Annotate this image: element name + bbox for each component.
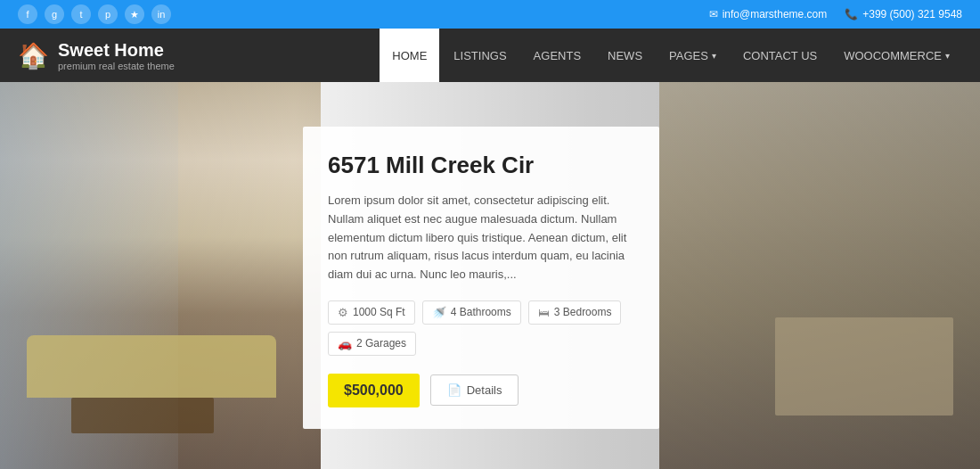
table-decoration xyxy=(71,398,214,433)
garages-label: 2 Garages xyxy=(356,337,406,350)
feature-bedrooms: 🛏 3 Bedrooms xyxy=(528,300,622,325)
facebook-icon[interactable]: f xyxy=(18,4,37,24)
email-icon: ✉ xyxy=(709,8,718,21)
details-icon: 📄 xyxy=(447,383,461,397)
phone-info: 📞 +399 (500) 321 9548 xyxy=(845,8,962,21)
sofa-decoration xyxy=(27,335,276,398)
twitter-icon[interactable]: t xyxy=(71,4,91,24)
garages-icon: 🚗 xyxy=(338,337,352,350)
nav-contact[interactable]: CONTACT US xyxy=(731,29,829,82)
feature-bathrooms: 🚿 4 Bathrooms xyxy=(422,300,521,325)
main-nav: HOME LISTINGS AGENTS NEWS PAGES ▾ CONTAC… xyxy=(380,29,962,82)
linkedin-icon[interactable]: in xyxy=(151,4,171,24)
pages-arrow-icon: ▾ xyxy=(712,51,716,61)
nav-home[interactable]: HOME xyxy=(380,29,439,82)
bathrooms-label: 4 Bathrooms xyxy=(451,306,511,318)
logo-text: Sweet Home premium real estate theme xyxy=(58,40,175,71)
nav-news[interactable]: NEWS xyxy=(595,29,655,82)
property-features: ⚙ 1000 Sq Ft 🚿 4 Bathrooms 🛏 3 Bedrooms … xyxy=(328,300,634,356)
nav-pages[interactable]: PAGES ▾ xyxy=(657,29,729,82)
email-info: ✉ info@marstheme.com xyxy=(709,8,828,21)
hero-section: 6571 Mill Creek Cir Lorem ipsum dolor si… xyxy=(0,82,980,469)
property-title: 6571 Mill Creek Cir xyxy=(328,152,634,179)
logo-icon: 🏠 xyxy=(18,41,49,70)
googleplus-icon[interactable]: g xyxy=(45,4,64,24)
star-icon[interactable]: ★ xyxy=(125,4,144,24)
feature-sqft: ⚙ 1000 Sq Ft xyxy=(328,300,415,325)
top-bar: f g t p ★ in ✉ info@marstheme.com 📞 +399… xyxy=(0,0,980,29)
sqft-label: 1000 Sq Ft xyxy=(353,306,405,318)
contact-info: ✉ info@marstheme.com 📞 +399 (500) 321 95… xyxy=(709,8,962,21)
property-card: 6571 Mill Creek Cir Lorem ipsum dolor si… xyxy=(303,127,659,429)
feature-garages: 🚗 2 Garages xyxy=(328,332,416,356)
nav-listings[interactable]: LISTINGS xyxy=(441,29,519,82)
details-label: Details xyxy=(467,383,502,397)
price-button[interactable]: $500,000 xyxy=(328,374,420,407)
header: 🏠 Sweet Home premium real estate theme H… xyxy=(0,29,980,82)
phone-icon: 📞 xyxy=(845,8,858,21)
bedrooms-icon: 🛏 xyxy=(538,306,550,319)
cabinet-decoration xyxy=(775,317,953,416)
woocommerce-arrow-icon: ▾ xyxy=(945,51,950,61)
sqft-icon: ⚙ xyxy=(338,306,348,319)
bathrooms-icon: 🚿 xyxy=(432,306,446,319)
property-actions: $500,000 📄 Details xyxy=(328,374,634,407)
bedrooms-label: 3 Bedrooms xyxy=(554,306,612,318)
details-button[interactable]: 📄 Details xyxy=(430,374,519,406)
property-description: Lorem ipsum dolor sit amet, consectetur … xyxy=(328,192,634,284)
logo[interactable]: 🏠 Sweet Home premium real estate theme xyxy=(18,40,175,71)
nav-woocommerce[interactable]: WOOCOMMERCE ▾ xyxy=(831,29,962,82)
pinterest-icon[interactable]: p xyxy=(98,4,118,24)
social-links: f g t p ★ in xyxy=(18,4,171,24)
nav-agents[interactable]: AGENTS xyxy=(521,29,593,82)
